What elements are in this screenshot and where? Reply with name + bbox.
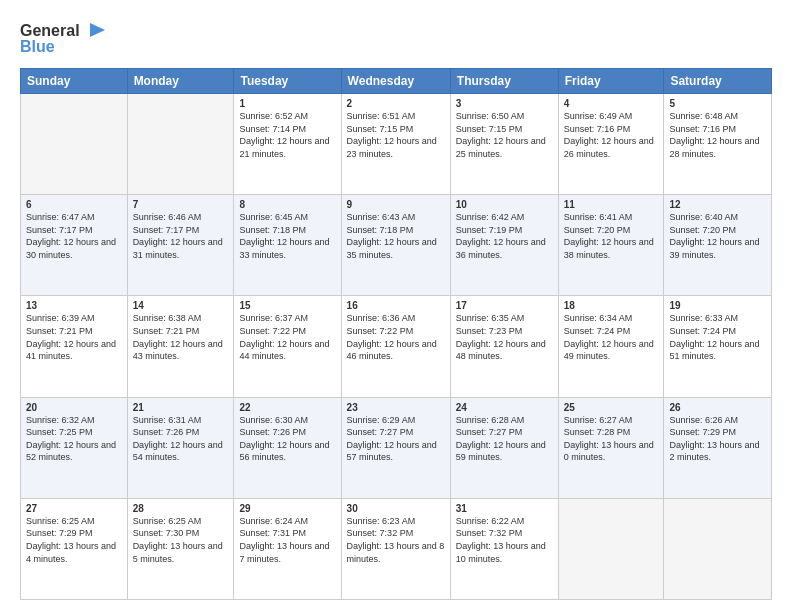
day-number: 19 — [669, 300, 766, 311]
week-row-2: 6Sunrise: 6:47 AM Sunset: 7:17 PM Daylig… — [21, 195, 772, 296]
day-info: Sunrise: 6:50 AM Sunset: 7:15 PM Dayligh… — [456, 110, 553, 160]
day-number: 18 — [564, 300, 659, 311]
day-info: Sunrise: 6:40 AM Sunset: 7:20 PM Dayligh… — [669, 211, 766, 261]
svg-marker-2 — [90, 23, 105, 37]
calendar-cell: 29Sunrise: 6:24 AM Sunset: 7:31 PM Dayli… — [234, 498, 341, 599]
day-info: Sunrise: 6:46 AM Sunset: 7:17 PM Dayligh… — [133, 211, 229, 261]
day-info: Sunrise: 6:29 AM Sunset: 7:27 PM Dayligh… — [347, 414, 445, 464]
header-row: SundayMondayTuesdayWednesdayThursdayFrid… — [21, 69, 772, 94]
day-info: Sunrise: 6:36 AM Sunset: 7:22 PM Dayligh… — [347, 312, 445, 362]
day-info: Sunrise: 6:38 AM Sunset: 7:21 PM Dayligh… — [133, 312, 229, 362]
day-header-wednesday: Wednesday — [341, 69, 450, 94]
day-info: Sunrise: 6:45 AM Sunset: 7:18 PM Dayligh… — [239, 211, 335, 261]
day-info: Sunrise: 6:42 AM Sunset: 7:19 PM Dayligh… — [456, 211, 553, 261]
day-number: 5 — [669, 98, 766, 109]
day-number: 22 — [239, 402, 335, 413]
calendar-cell: 13Sunrise: 6:39 AM Sunset: 7:21 PM Dayli… — [21, 296, 128, 397]
day-number: 16 — [347, 300, 445, 311]
day-header-sunday: Sunday — [21, 69, 128, 94]
logo-icon: General Blue — [20, 18, 110, 58]
calendar-cell: 30Sunrise: 6:23 AM Sunset: 7:32 PM Dayli… — [341, 498, 450, 599]
day-number: 1 — [239, 98, 335, 109]
calendar-cell: 17Sunrise: 6:35 AM Sunset: 7:23 PM Dayli… — [450, 296, 558, 397]
day-info: Sunrise: 6:43 AM Sunset: 7:18 PM Dayligh… — [347, 211, 445, 261]
svg-text:General: General — [20, 22, 80, 39]
day-header-monday: Monday — [127, 69, 234, 94]
day-number: 25 — [564, 402, 659, 413]
day-number: 29 — [239, 503, 335, 514]
calendar-cell: 5Sunrise: 6:48 AM Sunset: 7:16 PM Daylig… — [664, 94, 772, 195]
calendar-cell: 14Sunrise: 6:38 AM Sunset: 7:21 PM Dayli… — [127, 296, 234, 397]
day-number: 13 — [26, 300, 122, 311]
day-number: 17 — [456, 300, 553, 311]
calendar-cell: 27Sunrise: 6:25 AM Sunset: 7:29 PM Dayli… — [21, 498, 128, 599]
day-info: Sunrise: 6:39 AM Sunset: 7:21 PM Dayligh… — [26, 312, 122, 362]
calendar-cell: 7Sunrise: 6:46 AM Sunset: 7:17 PM Daylig… — [127, 195, 234, 296]
day-info: Sunrise: 6:51 AM Sunset: 7:15 PM Dayligh… — [347, 110, 445, 160]
day-number: 3 — [456, 98, 553, 109]
day-number: 21 — [133, 402, 229, 413]
calendar-cell: 26Sunrise: 6:26 AM Sunset: 7:29 PM Dayli… — [664, 397, 772, 498]
day-number: 26 — [669, 402, 766, 413]
calendar-cell: 28Sunrise: 6:25 AM Sunset: 7:30 PM Dayli… — [127, 498, 234, 599]
day-number: 11 — [564, 199, 659, 210]
day-number: 31 — [456, 503, 553, 514]
calendar-cell: 18Sunrise: 6:34 AM Sunset: 7:24 PM Dayli… — [558, 296, 664, 397]
calendar-cell: 23Sunrise: 6:29 AM Sunset: 7:27 PM Dayli… — [341, 397, 450, 498]
calendar-cell: 1Sunrise: 6:52 AM Sunset: 7:14 PM Daylig… — [234, 94, 341, 195]
calendar-cell: 12Sunrise: 6:40 AM Sunset: 7:20 PM Dayli… — [664, 195, 772, 296]
day-info: Sunrise: 6:23 AM Sunset: 7:32 PM Dayligh… — [347, 515, 445, 565]
week-row-5: 27Sunrise: 6:25 AM Sunset: 7:29 PM Dayli… — [21, 498, 772, 599]
day-number: 10 — [456, 199, 553, 210]
calendar-cell: 4Sunrise: 6:49 AM Sunset: 7:16 PM Daylig… — [558, 94, 664, 195]
day-number: 9 — [347, 199, 445, 210]
calendar-cell: 9Sunrise: 6:43 AM Sunset: 7:18 PM Daylig… — [341, 195, 450, 296]
day-info: Sunrise: 6:31 AM Sunset: 7:26 PM Dayligh… — [133, 414, 229, 464]
calendar-cell: 22Sunrise: 6:30 AM Sunset: 7:26 PM Dayli… — [234, 397, 341, 498]
day-header-tuesday: Tuesday — [234, 69, 341, 94]
calendar-cell: 10Sunrise: 6:42 AM Sunset: 7:19 PM Dayli… — [450, 195, 558, 296]
svg-text:Blue: Blue — [20, 38, 55, 55]
calendar-cell: 31Sunrise: 6:22 AM Sunset: 7:32 PM Dayli… — [450, 498, 558, 599]
calendar-table: SundayMondayTuesdayWednesdayThursdayFrid… — [20, 68, 772, 600]
day-info: Sunrise: 6:27 AM Sunset: 7:28 PM Dayligh… — [564, 414, 659, 464]
day-info: Sunrise: 6:32 AM Sunset: 7:25 PM Dayligh… — [26, 414, 122, 464]
day-number: 8 — [239, 199, 335, 210]
day-info: Sunrise: 6:47 AM Sunset: 7:17 PM Dayligh… — [26, 211, 122, 261]
calendar-cell: 25Sunrise: 6:27 AM Sunset: 7:28 PM Dayli… — [558, 397, 664, 498]
calendar-cell: 2Sunrise: 6:51 AM Sunset: 7:15 PM Daylig… — [341, 94, 450, 195]
calendar-cell: 16Sunrise: 6:36 AM Sunset: 7:22 PM Dayli… — [341, 296, 450, 397]
day-header-thursday: Thursday — [450, 69, 558, 94]
day-info: Sunrise: 6:25 AM Sunset: 7:29 PM Dayligh… — [26, 515, 122, 565]
calendar-page: General Blue SundayMondayTuesdayWednesda… — [0, 0, 792, 612]
day-number: 15 — [239, 300, 335, 311]
calendar-cell: 3Sunrise: 6:50 AM Sunset: 7:15 PM Daylig… — [450, 94, 558, 195]
week-row-1: 1Sunrise: 6:52 AM Sunset: 7:14 PM Daylig… — [21, 94, 772, 195]
day-number: 27 — [26, 503, 122, 514]
day-number: 4 — [564, 98, 659, 109]
day-info: Sunrise: 6:26 AM Sunset: 7:29 PM Dayligh… — [669, 414, 766, 464]
day-info: Sunrise: 6:25 AM Sunset: 7:30 PM Dayligh… — [133, 515, 229, 565]
day-number: 24 — [456, 402, 553, 413]
day-number: 14 — [133, 300, 229, 311]
calendar-cell — [558, 498, 664, 599]
calendar-body: 1Sunrise: 6:52 AM Sunset: 7:14 PM Daylig… — [21, 94, 772, 600]
header: General Blue — [20, 18, 772, 58]
day-info: Sunrise: 6:48 AM Sunset: 7:16 PM Dayligh… — [669, 110, 766, 160]
day-header-friday: Friday — [558, 69, 664, 94]
calendar-cell: 24Sunrise: 6:28 AM Sunset: 7:27 PM Dayli… — [450, 397, 558, 498]
day-info: Sunrise: 6:30 AM Sunset: 7:26 PM Dayligh… — [239, 414, 335, 464]
calendar-cell — [127, 94, 234, 195]
day-info: Sunrise: 6:24 AM Sunset: 7:31 PM Dayligh… — [239, 515, 335, 565]
day-info: Sunrise: 6:34 AM Sunset: 7:24 PM Dayligh… — [564, 312, 659, 362]
week-row-4: 20Sunrise: 6:32 AM Sunset: 7:25 PM Dayli… — [21, 397, 772, 498]
day-number: 6 — [26, 199, 122, 210]
day-info: Sunrise: 6:28 AM Sunset: 7:27 PM Dayligh… — [456, 414, 553, 464]
week-row-3: 13Sunrise: 6:39 AM Sunset: 7:21 PM Dayli… — [21, 296, 772, 397]
calendar-cell — [664, 498, 772, 599]
day-info: Sunrise: 6:22 AM Sunset: 7:32 PM Dayligh… — [456, 515, 553, 565]
logo: General Blue — [20, 18, 110, 58]
day-info: Sunrise: 6:37 AM Sunset: 7:22 PM Dayligh… — [239, 312, 335, 362]
day-info: Sunrise: 6:49 AM Sunset: 7:16 PM Dayligh… — [564, 110, 659, 160]
day-header-saturday: Saturday — [664, 69, 772, 94]
